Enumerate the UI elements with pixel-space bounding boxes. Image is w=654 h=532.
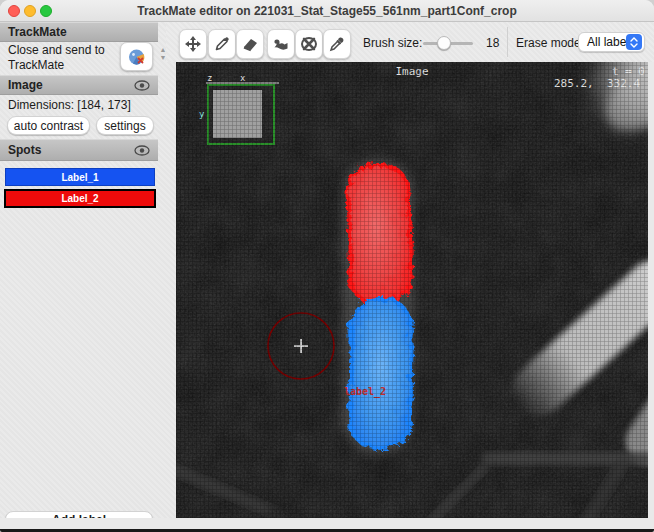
window-title: TrackMate editor on 221031_Stat_Stage55_… (0, 4, 654, 18)
overview-viewport-rect[interactable] (213, 90, 262, 138)
image-canvas[interactable]: z x y Image t = 0 285.2, 332.4 label_2 (176, 62, 648, 518)
spot-label-row-label2-selected[interactable]: Label_2 (4, 189, 156, 208)
pencil-icon (213, 35, 231, 53)
trackmate-editor-window: TrackMate editor on 221031_Stat_Stage55_… (0, 0, 654, 532)
section-image-label: Image (8, 78, 43, 92)
move-tool-button[interactable] (179, 29, 207, 59)
clear-labels-icon (300, 35, 318, 53)
brush-size-slider-handle[interactable] (437, 36, 451, 50)
image-visibility-eye-icon[interactable] (134, 80, 150, 91)
axis-y-label: y (199, 109, 205, 119)
label2-name: Label_2 (61, 193, 98, 204)
image-canvas-svg: z x y Image t = 0 285.2, 332.4 label_2 (176, 62, 648, 518)
eraser-icon (241, 35, 259, 53)
section-header-spots[interactable]: Spots (0, 139, 158, 161)
title-bar: TrackMate editor on 221031_Stat_Stage55_… (0, 0, 654, 22)
panel-header-trackmate: TrackMate (0, 22, 158, 42)
brush-size-label: Brush size: (363, 36, 422, 50)
dropdown-stepper-icon (626, 34, 642, 50)
close-send-button[interactable] (120, 42, 153, 71)
toolbar-separator (507, 27, 508, 57)
canvas-image-title: Image (395, 65, 428, 78)
section-header-image[interactable]: Image (0, 75, 158, 95)
erase-mode-dropdown[interactable]: All labels (578, 32, 645, 52)
spot-overlay-label1-blue[interactable] (348, 297, 411, 446)
spot-label-row-label1[interactable]: Label_1 (5, 168, 155, 186)
auto-contrast-button[interactable]: auto contrast (7, 116, 90, 135)
brush-size-value: 18 (486, 36, 499, 50)
trackmate-logo-icon (127, 47, 147, 67)
image-dimensions-text: Dimensions: [184, 173] (8, 98, 131, 112)
zoom-window-button[interactable] (40, 5, 52, 17)
panel-header-trackmate-label: TrackMate (8, 25, 67, 39)
eyedropper-icon (328, 35, 346, 53)
move-icon (184, 35, 202, 53)
spot-overlay-label2-red[interactable] (345, 162, 411, 303)
fill-tool-button[interactable] (267, 29, 295, 59)
cursor-coordinates-text: 285.2, 332.4 (554, 77, 640, 90)
axis-z-label: z (207, 73, 212, 83)
close-send-label: Close and send to TrackMate (8, 43, 118, 73)
settings-button[interactable]: settings (96, 116, 154, 135)
axis-x-label: x (240, 73, 246, 83)
picker-tool-button[interactable] (323, 29, 351, 59)
brush-size-slider[interactable] (423, 42, 473, 45)
label1-name: Label_1 (61, 172, 98, 183)
erase-tool-button[interactable] (236, 29, 264, 59)
close-window-button[interactable] (8, 5, 20, 17)
flood-fill-icon (272, 35, 290, 53)
spot-name-annotation: label_2 (344, 386, 386, 398)
minimize-window-button[interactable] (24, 5, 36, 17)
section-spots-label: Spots (8, 143, 41, 157)
draw-tool-button[interactable] (208, 29, 236, 59)
trackmate-panel: TrackMate Close and send to TrackMate Im… (0, 22, 176, 532)
clear-labels-tool-button[interactable] (295, 29, 323, 59)
erase-mode-label: Erase mode: (516, 36, 584, 50)
editor-toolbar: Brush size: 18 Erase mode: All labels (166, 22, 654, 62)
spots-visibility-eye-icon[interactable] (134, 145, 150, 156)
